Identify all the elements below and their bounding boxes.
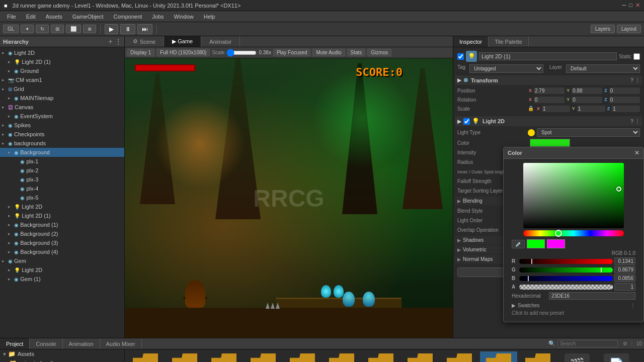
- asset-item[interactable]: animated_...: [127, 351, 164, 362]
- hier-item[interactable]: ◉plx-5: [0, 193, 124, 202]
- play-focused-btn[interactable]: Play Focused: [273, 49, 311, 56]
- close-btn[interactable]: ✕: [635, 2, 640, 9]
- g-slider-track[interactable]: [519, 267, 613, 273]
- tab-scene[interactable]: ⚙ Scene: [125, 36, 164, 47]
- tab-tile-palette[interactable]: Tile Palette: [489, 36, 529, 47]
- hier-item[interactable]: ▸◉Light 2D: [0, 48, 124, 57]
- layers-dropdown[interactable]: Layers: [591, 25, 615, 33]
- tab-audio-mixer[interactable]: Audio Mixer: [100, 338, 142, 349]
- hier-item[interactable]: ▸💡Light 2D: [0, 265, 124, 275]
- b-value[interactable]: 0.0856: [614, 275, 635, 282]
- asset-item[interactable]: 📄Scripts: [598, 351, 635, 362]
- asset-item[interactable]: BlueWizard...: [284, 351, 321, 362]
- hier-item[interactable]: ▸◉Background (2): [0, 229, 124, 238]
- add-preset-label[interactable]: Click to add new preset: [512, 310, 635, 316]
- hier-item[interactable]: ▸📷CM vcam1: [0, 75, 124, 84]
- hier-item[interactable]: ▸◉Background (1): [0, 220, 124, 229]
- tab-project[interactable]: Project: [0, 338, 30, 349]
- transform-all[interactable]: ⊕: [83, 25, 96, 33]
- hier-more-btn[interactable]: ⋮: [115, 38, 121, 45]
- r-value[interactable]: 0.1341: [614, 257, 635, 265]
- hier-item[interactable]: ▸💡Light 2D: [0, 202, 124, 211]
- hier-item[interactable]: ▸💡Light 2D (1): [0, 211, 124, 220]
- a-value[interactable]: 1: [614, 283, 635, 291]
- minimize-btn[interactable]: ─: [622, 2, 626, 9]
- display-dropdown[interactable]: Display 1: [127, 49, 154, 56]
- pos-x[interactable]: [534, 87, 565, 94]
- menu-file[interactable]: File: [2, 13, 21, 21]
- menu-window[interactable]: Window: [169, 13, 199, 21]
- hex-input[interactable]: [549, 292, 635, 300]
- hier-item[interactable]: ▸◉Spikes: [0, 121, 124, 130]
- pause-btn[interactable]: ⏸: [120, 24, 135, 34]
- hier-item[interactable]: ◉plx-2: [0, 166, 124, 175]
- asset-item[interactable]: Prefabs: [519, 351, 556, 362]
- hier-item[interactable]: ▸◉EventSystem: [0, 112, 124, 121]
- scale-y[interactable]: [577, 106, 605, 112]
- pos-y[interactable]: [572, 87, 602, 94]
- scale-z[interactable]: [612, 106, 640, 112]
- hier-item[interactable]: ◉plx-3: [0, 175, 124, 184]
- b-slider-track[interactable]: [519, 276, 613, 281]
- menu-jobs[interactable]: Jobs: [147, 13, 169, 21]
- asset-item[interactable]: Healthbar: [362, 351, 399, 362]
- asset-item[interactable]: Animations: [166, 351, 203, 362]
- hue-bar[interactable]: [523, 230, 624, 236]
- rot-x[interactable]: [534, 97, 565, 103]
- transform-header[interactable]: ▶ ⊕ Transform ? ⋮: [455, 75, 642, 85]
- hier-item[interactable]: ▸◉Background: [0, 148, 124, 157]
- stats-btn[interactable]: Stats: [347, 49, 366, 56]
- hier-add-btn[interactable]: +: [109, 38, 112, 45]
- asset-item[interactable]: 🎬Scenes: [558, 351, 596, 362]
- more-icon[interactable]: ⋮: [629, 341, 634, 346]
- picker-close-btn[interactable]: ✕: [634, 149, 639, 156]
- tab-inspector[interactable]: Inspector: [453, 36, 489, 47]
- hier-item[interactable]: ▸◉MAINTilemap: [0, 94, 124, 103]
- hier-item[interactable]: ▸◉Background (4): [0, 247, 124, 256]
- gizmos-btn[interactable]: Gizmos: [367, 49, 391, 56]
- tag-select[interactable]: Untagged: [469, 64, 543, 73]
- asset-item[interactable]: Flag: [323, 351, 360, 362]
- static-checkbox[interactable]: [633, 53, 640, 60]
- light-type-select[interactable]: Spot: [537, 128, 640, 137]
- g-value[interactable]: 0.8679: [614, 266, 635, 274]
- scale-x[interactable]: [542, 106, 570, 112]
- eyedropper-btn[interactable]: 💉: [512, 240, 525, 248]
- settings-icon[interactable]: ⚙: [623, 341, 627, 346]
- light2d-active[interactable]: [463, 118, 470, 125]
- scale-slider[interactable]: [226, 50, 257, 56]
- hier-item[interactable]: ▸⊞Grid: [0, 84, 124, 94]
- hier-item[interactable]: ▸💡Light 2D (1): [0, 57, 124, 66]
- layer-select[interactable]: Default: [566, 64, 640, 73]
- menu-gameobject[interactable]: GameObject: [67, 13, 109, 21]
- asset-item[interactable]: Magical Cr...: [480, 351, 517, 362]
- rot-z[interactable]: [609, 97, 640, 103]
- project-folder[interactable]: ▼📁Assets: [0, 349, 124, 358]
- project-folder[interactable]: 📁animated_spikes: [0, 358, 124, 362]
- tab-animator[interactable]: Animator: [201, 36, 240, 47]
- pos-z[interactable]: [609, 87, 640, 94]
- rot-y[interactable]: [572, 97, 602, 103]
- hier-item[interactable]: ▸🖼Canvas: [0, 103, 124, 112]
- transform-move[interactable]: ✦: [21, 25, 34, 33]
- maximize-btn[interactable]: □: [629, 2, 632, 9]
- resolution-dropdown[interactable]: Full HD (1920x1080): [156, 49, 210, 56]
- play-btn[interactable]: ▶: [105, 24, 118, 34]
- gradient-picker[interactable]: [523, 163, 624, 228]
- hier-item[interactable]: ◉plx-4: [0, 184, 124, 193]
- layout-dropdown[interactable]: Layout: [617, 25, 641, 33]
- step-btn[interactable]: ⏭: [137, 24, 152, 34]
- hier-item[interactable]: ▸◉Ground: [0, 66, 124, 75]
- hier-item[interactable]: ▸◉Checkpoints: [0, 130, 124, 139]
- a-slider-track[interactable]: [519, 285, 613, 290]
- hier-item[interactable]: ▸◉Background (3): [0, 238, 124, 247]
- hier-item[interactable]: ▸◉backgrounds: [0, 139, 124, 148]
- gl-dropdown[interactable]: GL: [3, 25, 19, 33]
- asset-item[interactable]: AudioFiles: [205, 351, 243, 362]
- menu-assets[interactable]: Assets: [41, 13, 67, 21]
- hier-item[interactable]: ◉plx-1: [0, 157, 124, 166]
- swatches-more-btn[interactable]: ⋮: [630, 303, 635, 308]
- menu-component[interactable]: Component: [108, 13, 147, 21]
- asset-item[interactable]: ken_fonts: [441, 351, 478, 362]
- asset-item[interactable]: Jungle Ass...: [401, 351, 439, 362]
